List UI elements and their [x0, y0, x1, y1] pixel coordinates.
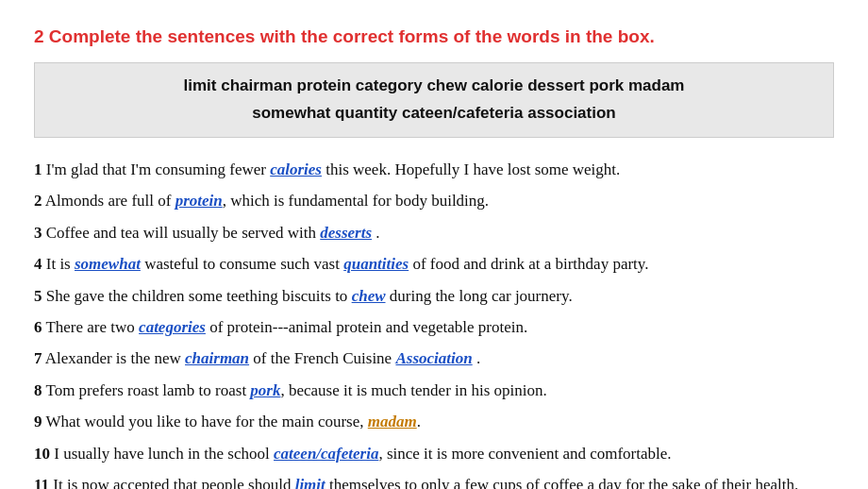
answer-word: calories — [270, 160, 322, 178]
answer-word: chairman — [185, 349, 249, 367]
word-box: limit chairman protein category chew cal… — [34, 62, 834, 138]
list-item: 6 There are two categories of protein---… — [34, 312, 834, 342]
list-item: 4 It is somewhat wasteful to consume suc… — [34, 249, 834, 278]
list-item: 9 What would you like to have for the ma… — [34, 407, 834, 436]
title: 2 Complete the sentences with the correc… — [34, 26, 834, 47]
answer-word: desserts — [320, 224, 372, 242]
answer-word-2: Association — [395, 349, 472, 367]
answer-word: categories — [139, 318, 206, 336]
answer-word: limit — [295, 476, 326, 489]
answer-word: cateen/cafeteria — [274, 445, 378, 463]
list-item: 2 Almonds are full of protein, which is … — [34, 186, 834, 215]
list-item: 11 It is now accepted that people should… — [34, 470, 834, 489]
answer-word: protein — [175, 192, 223, 210]
list-item: 3 Coffee and tea will usually be served … — [34, 218, 834, 247]
word-box-line1: limit chairman protein category chew cal… — [184, 76, 685, 94]
list-item: 8 Tom prefers roast lamb to roast pork, … — [34, 376, 834, 405]
list-item: 10 I usually have lunch in the school ca… — [34, 439, 834, 468]
answer-word: madam — [368, 413, 417, 430]
answer-word-2: quantities — [343, 255, 409, 273]
word-box-line2: somewhat quantity cateen/cafeteria assoc… — [252, 104, 615, 122]
answer-word: somewhat — [75, 255, 141, 273]
list-item: 5 She gave the children some teething bi… — [34, 281, 834, 311]
answer-word: chew — [352, 287, 386, 305]
sentence-list: 1 I'm glad that I'm consuming fewer calo… — [34, 155, 834, 489]
list-item: 1 I'm glad that I'm consuming fewer calo… — [34, 155, 834, 184]
answer-word: pork — [250, 381, 280, 399]
list-item: 7 Alexander is the new chairman of the F… — [34, 344, 834, 373]
